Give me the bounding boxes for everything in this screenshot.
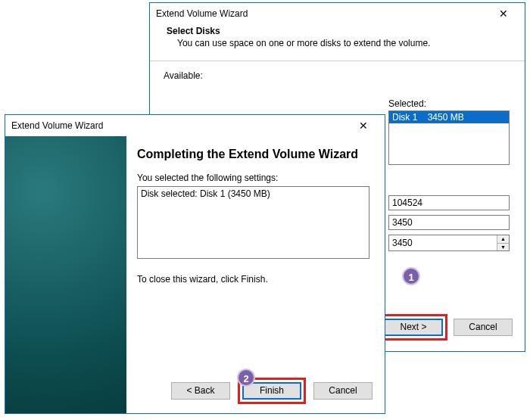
window-title: Extend Volume Wizard [11,120,348,131]
settings-summary[interactable]: Disk selected: Disk 1 (3450 MB) [137,186,369,259]
titlebar-front[interactable]: Extend Volume Wizard ✕ [5,115,385,136]
next-button[interactable]: Next > [384,319,443,336]
close-instruction: To close this wizard, click Finish. [137,274,369,285]
space-amount-spinner[interactable]: 3450 ▲ ▼ [388,235,510,251]
spinner-up-icon[interactable]: ▲ [497,235,509,244]
wizard-header: Select Disks You can use space on one or… [150,26,525,56]
wizard-buttons-front: < Back Finish Cancel [171,378,373,404]
spinner-value[interactable]: 3450 [389,235,497,250]
page-subheading: You can use space on one or more disks t… [177,38,511,48]
page-heading: Select Disks [167,26,511,36]
settings-line: Disk selected: Disk 1 (3450 MB) [141,188,366,199]
highlight-next: Next > [379,314,447,341]
close-icon[interactable]: ✕ [348,120,379,132]
selected-listbox[interactable]: Disk 1 3450 MB [388,110,510,165]
cancel-button[interactable]: Cancel [313,382,373,400]
titlebar-back[interactable]: Extend Volume Wizard ✕ [150,3,525,24]
selected-label: Selected: [388,98,510,109]
settings-intro: You selected the following settings: [137,173,369,183]
completing-wizard-window: Extend Volume Wizard ✕ Completing the Ex… [5,114,385,414]
total-size-field: 104524 [388,195,510,210]
spinner-down-icon[interactable]: ▼ [497,244,509,251]
wizard-side-graphic [5,136,126,413]
selected-disk-item[interactable]: Disk 1 3450 MB [389,111,509,123]
back-button[interactable]: < Back [171,382,230,400]
callout-1: 1 [402,267,420,285]
window-title: Extend Volume Wizard [156,8,488,19]
callout-2: 2 [237,369,255,387]
cancel-button[interactable]: Cancel [454,319,513,336]
max-space-field: 3450 [388,215,510,230]
close-icon[interactable]: ✕ [488,8,519,20]
available-label: Available: [164,70,203,81]
completing-heading: Completing the Extend Volume Wizard [137,147,369,162]
